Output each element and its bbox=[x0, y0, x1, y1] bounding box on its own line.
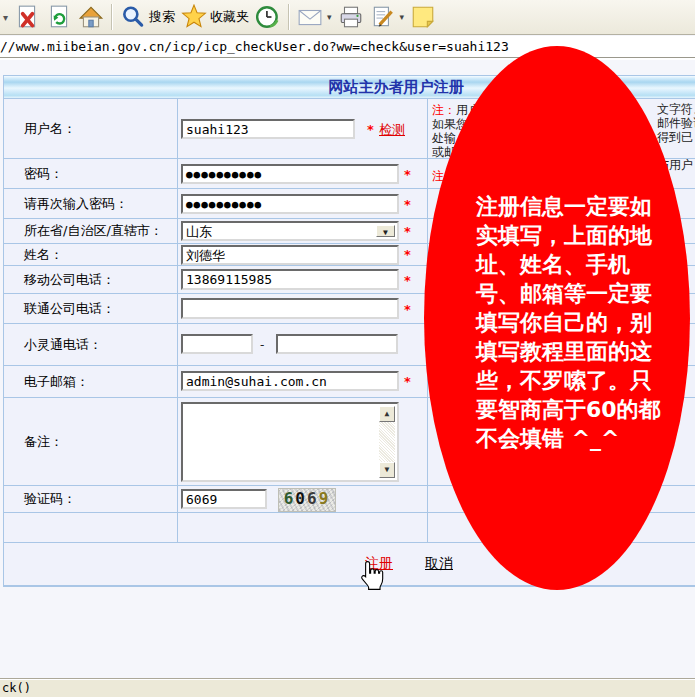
scrollbar[interactable]: ▲ ▼ bbox=[379, 406, 395, 478]
remark-textarea[interactable]: ▲ ▼ bbox=[181, 402, 399, 482]
required-asterisk: * bbox=[404, 167, 411, 182]
refresh-icon bbox=[46, 4, 72, 30]
cancel-link[interactable]: 取消 bbox=[425, 555, 453, 573]
phs-number-input[interactable] bbox=[276, 334, 398, 354]
edit-button[interactable]: ▾ bbox=[367, 2, 408, 32]
printer-icon bbox=[338, 4, 364, 30]
phs-area-code-input[interactable] bbox=[181, 334, 253, 354]
sticky-note-icon bbox=[410, 4, 436, 30]
captcha-label: 验证码： bbox=[4, 486, 178, 512]
username-input[interactable]: suahi123 bbox=[181, 119, 355, 139]
name-input[interactable]: 刘德华 bbox=[181, 245, 399, 265]
unicom-phone-input[interactable] bbox=[181, 298, 399, 319]
mail-dropdown-chevron-icon[interactable]: ▾ bbox=[327, 12, 332, 22]
password-repeat-input[interactable]: ●●●●●●●●●● bbox=[181, 194, 399, 214]
email-input[interactable]: admin@suhai.com.cn bbox=[181, 371, 399, 391]
check-username-link[interactable]: 检测 bbox=[379, 121, 405, 139]
mail-button[interactable]: ▾ bbox=[294, 2, 335, 32]
required-asterisk: * bbox=[404, 224, 411, 239]
scroll-down-icon[interactable]: ▼ bbox=[379, 462, 395, 478]
home-icon bbox=[78, 4, 104, 30]
edit-icon bbox=[370, 4, 396, 30]
search-label: 搜索 bbox=[149, 8, 175, 26]
refresh-button[interactable] bbox=[43, 2, 75, 32]
stop-button[interactable] bbox=[11, 2, 43, 32]
province-select[interactable]: 山东 ▼ bbox=[181, 221, 399, 241]
home-button[interactable] bbox=[75, 2, 107, 32]
required-asterisk: * bbox=[404, 374, 411, 389]
required-asterisk: * bbox=[404, 302, 411, 317]
unicom-phone-label: 联通公司电话： bbox=[4, 294, 178, 323]
required-asterisk: * bbox=[367, 122, 374, 137]
edit-dropdown-chevron-icon[interactable]: ▾ bbox=[400, 12, 405, 22]
toolbar-separator bbox=[288, 4, 290, 30]
name-label: 姓名： bbox=[4, 244, 178, 265]
email-label: 电子邮箱： bbox=[4, 366, 178, 397]
password-repeat-label: 请再次输入密码： bbox=[4, 189, 178, 218]
phs-phone-label: 小灵通电话： bbox=[4, 324, 178, 365]
annotation-oval: 注册信息一定要如 实填写，上面的地 址、姓名、手机 号、邮箱等一定要 填写你自己… bbox=[424, 46, 690, 590]
captcha-input[interactable]: 6069 bbox=[181, 489, 267, 509]
remark-label: 备注： bbox=[4, 398, 178, 485]
toolbar-overflow-chevron-icon[interactable]: ▾ bbox=[2, 12, 11, 23]
note-prefix: 注： bbox=[432, 103, 456, 117]
favorites-button[interactable]: 收藏夹 bbox=[178, 2, 252, 32]
mobile-phone-input[interactable]: 13869115985 bbox=[181, 269, 399, 290]
history-icon bbox=[255, 4, 281, 30]
password-label: 密码： bbox=[4, 159, 178, 188]
username-label: 用户名： bbox=[4, 99, 178, 158]
phs-separator: - bbox=[260, 338, 264, 352]
star-icon bbox=[181, 4, 207, 30]
password-input[interactable]: ●●●●●●●●●● bbox=[181, 164, 399, 184]
search-button[interactable]: 搜索 bbox=[117, 2, 178, 32]
browser-window: ▾ bbox=[0, 0, 695, 697]
address-url[interactable]: //www.miibeian.gov.cn/icp/icp_checkUser.… bbox=[0, 39, 509, 54]
hand-cursor-icon bbox=[358, 560, 385, 595]
province-label: 所在省/自治区/直辖市： bbox=[4, 219, 178, 243]
history-button[interactable] bbox=[252, 2, 284, 32]
status-text: ck() bbox=[2, 681, 31, 695]
captcha-image: 6069 bbox=[278, 488, 336, 512]
required-asterisk: * bbox=[404, 197, 411, 212]
select-dropdown-arrow-icon[interactable]: ▼ bbox=[376, 225, 395, 237]
mail-icon bbox=[297, 4, 323, 30]
required-asterisk: * bbox=[404, 273, 411, 288]
mobile-phone-label: 移动公司电话： bbox=[4, 266, 178, 293]
status-bar: ck() bbox=[0, 678, 695, 697]
print-button[interactable] bbox=[335, 2, 367, 32]
browser-toolbar: ▾ bbox=[0, 0, 695, 35]
favorites-label: 收藏夹 bbox=[210, 8, 249, 26]
annotation-text: 注册信息一定要如 实填写，上面的地 址、姓名、手机 号、邮箱等一定要 填写你自己… bbox=[476, 192, 661, 453]
stop-icon bbox=[14, 4, 40, 30]
required-asterisk: * bbox=[404, 247, 411, 262]
toolbar-separator bbox=[111, 4, 113, 30]
search-icon bbox=[120, 4, 146, 30]
notes-button[interactable] bbox=[407, 2, 439, 32]
scroll-up-icon[interactable]: ▲ bbox=[379, 406, 395, 422]
